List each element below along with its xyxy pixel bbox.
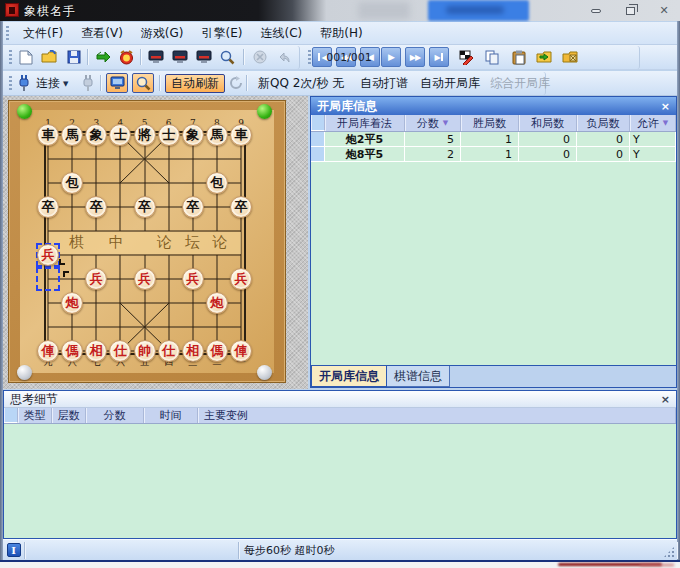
info-icon: I [7,543,21,557]
board-piece[interactable]: 兵 [134,268,156,290]
close-icon: ✕ [659,4,668,17]
nav-next-fast-button[interactable]: ▶▶ [405,47,425,67]
computer-1-button[interactable] [145,47,166,67]
engine-swap-button[interactable] [92,47,113,67]
book-table-row[interactable]: 炮8平5 2 1 0 0 Y [311,147,676,162]
save-button[interactable] [63,47,84,67]
col-header-allowed[interactable]: 允许▼ [630,115,676,131]
nav-next-button[interactable]: ▶ [381,47,401,67]
board-piece[interactable]: 相 [182,340,204,362]
board-piece[interactable]: 俥 [37,340,59,362]
computer-2-button[interactable] [169,47,190,67]
move-highlight-box [36,267,60,291]
xiangqi-board[interactable]: 棋 中 论 坛 论 123456789 九八七六五四三二一 車馬象士將士象馬車包… [8,100,286,383]
col-header-draws[interactable]: 和局数 [519,115,577,131]
think-panel-title: 思考细节 [10,391,58,408]
new-file-button[interactable] [15,47,36,67]
menu-file[interactable]: 文件(F) [14,23,72,44]
menu-online[interactable]: 连线(C) [251,23,311,44]
board-piece[interactable]: 車 [230,124,252,146]
board-piece[interactable]: 炮 [206,292,228,314]
book-panel-close-button[interactable]: × [661,100,670,113]
nav-last-button[interactable]: ▶ [429,47,449,67]
board-piece[interactable]: 包 [206,172,228,194]
col-header-losses[interactable]: 负局数 [577,115,630,131]
cell-draws: 0 [519,132,577,147]
search-board-button[interactable] [132,73,154,93]
edit-result-button[interactable] [456,47,477,67]
board-piece[interactable]: 馬 [206,124,228,146]
col-header-type[interactable]: 类型 [18,408,52,423]
board-piece[interactable]: 傌 [61,340,83,362]
blurred-overlay-blue [428,0,529,21]
board-piece[interactable]: 兵 [230,268,252,290]
copy-button[interactable] [482,47,503,67]
stop-button-disabled [249,47,270,67]
close-button[interactable]: ✕ [656,4,672,18]
row-gutter [4,408,18,423]
auto-record-button[interactable]: 自动打谱 [355,74,413,93]
col-header-move[interactable]: 开局库着法 [325,115,405,131]
col-header-score[interactable]: 分数 [86,408,144,423]
board-piece[interactable]: 士 [158,124,180,146]
status-timing-text: 每步60秒 超时0秒 [239,542,677,559]
minimize-button[interactable] [588,4,604,18]
board-piece[interactable]: 兵 [182,268,204,290]
board-piece[interactable]: 仕 [158,340,180,362]
river-text-right: 论 坛 论 [157,233,232,252]
timer-button[interactable] [116,47,137,67]
board-piece[interactable]: 馬 [61,124,83,146]
zoom-button[interactable] [217,47,238,67]
row-gutter [311,132,325,147]
nav-next-fast-icon: ▶▶ [410,53,420,62]
new-file-icon [19,50,33,65]
paste-button[interactable] [508,47,529,67]
board-piece[interactable]: 卒 [37,196,59,218]
save-icon [67,50,81,64]
menu-help[interactable]: 帮助(H) [311,23,371,44]
board-piece[interactable]: 卒 [230,196,252,218]
move-counter: 001/001 [321,51,377,64]
monitor-capture-button[interactable] [106,73,128,93]
board-piece[interactable]: 包 [61,172,83,194]
open-file-button[interactable] [39,47,60,67]
checkered-flag-icon [459,50,475,65]
opening-book-panel: 开局库信息 × 开局库着法 分数▼ 胜局数 和局数 负局数 允许▼ 炮2平5 5… [310,96,677,388]
tab-game-record-info[interactable]: 棋谱信息 [387,366,450,387]
col-header-pv[interactable]: 主要变例 [198,408,676,423]
book-import-button[interactable] [534,47,555,67]
board-piece[interactable]: 兵 [37,244,59,266]
board-piece[interactable]: 將 [134,124,156,146]
auto-book-button[interactable]: 自动开局库 [415,74,485,93]
main-toolbar: ◀ ◀◀ ◀ 001/001 ▶ ▶▶ ▶ [3,45,677,70]
auto-refresh-button[interactable]: 自动刷新 [165,74,225,93]
board-piece[interactable]: 卒 [182,196,204,218]
undo-icon [277,51,291,64]
col-header-time[interactable]: 时间 [144,408,198,423]
think-panel-close-button[interactable]: × [661,393,670,406]
connect-label-button[interactable]: 连接 ▼ [31,74,73,93]
board-piece[interactable]: 傌 [206,340,228,362]
menu-bar: 文件(F) 查看(V) 游戏(G) 引擎(E) 连线(C) 帮助(H) [3,22,677,45]
board-piece[interactable]: 車 [37,124,59,146]
board-piece[interactable]: 俥 [230,340,252,362]
think-detail-panel: 思考细节 × 类型 层数 分数 时间 主要变例 [3,390,677,539]
computer-3-button[interactable] [193,47,214,67]
tab-opening-book-info[interactable]: 开局库信息 [311,366,387,387]
book-export-button[interactable] [560,47,581,67]
col-header-score[interactable]: 分数▼ [405,115,461,131]
board-piece[interactable]: 象 [182,124,204,146]
menu-view[interactable]: 查看(V) [72,23,132,44]
board-piece[interactable]: 帥 [134,340,156,362]
board-piece[interactable]: 炮 [61,292,83,314]
menu-engine[interactable]: 引擎(E) [193,23,252,44]
board-piece[interactable]: 卒 [134,196,156,218]
cell-allowed: Y [630,132,676,147]
col-header-wins[interactable]: 胜局数 [461,115,519,131]
book-panel-titlebar: 开局库信息 × [311,97,676,115]
restore-button[interactable] [622,4,638,18]
menu-game[interactable]: 游戏(G) [132,23,193,44]
book-table-row[interactable]: 炮2平5 5 1 0 0 Y [311,132,676,147]
col-header-depth[interactable]: 层数 [52,408,86,423]
connect-plug-icon [18,75,30,91]
